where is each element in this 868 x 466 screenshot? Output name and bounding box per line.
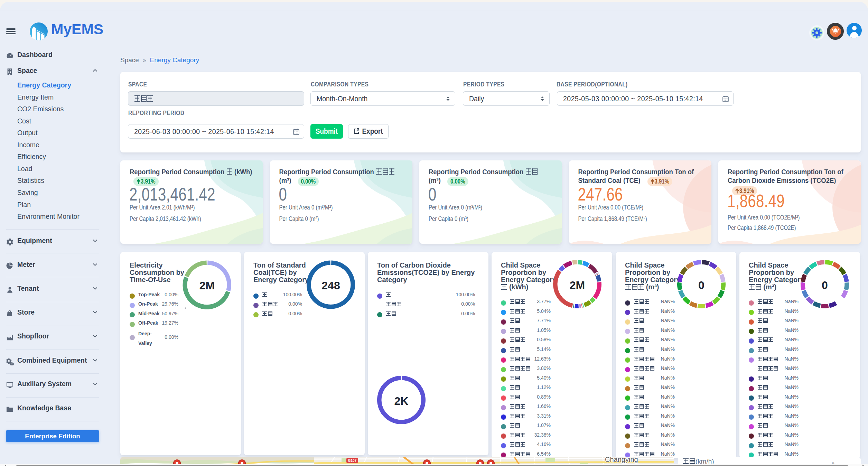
- svg-text:G107: G107: [348, 459, 357, 463]
- svg-text:2K: 2K: [394, 395, 409, 407]
- svg-text:0: 0: [822, 279, 828, 291]
- svg-text:2M: 2M: [199, 279, 215, 292]
- svg-text:2M: 2M: [570, 279, 585, 291]
- svg-text:248: 248: [321, 279, 340, 292]
- svg-text:0: 0: [698, 279, 704, 291]
- svg-text:Changying: Changying: [605, 457, 638, 463]
